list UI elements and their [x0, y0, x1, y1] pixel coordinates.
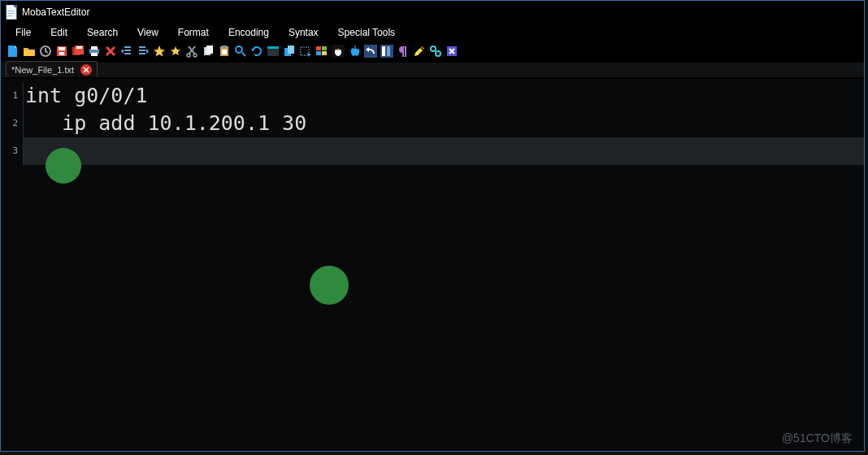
code-line: ip add 10.1.200.1 30 — [24, 110, 864, 137]
indent-increase-icon[interactable] — [136, 44, 150, 58]
search-icon[interactable] — [233, 44, 248, 58]
windows-icon[interactable] — [315, 44, 329, 58]
print-icon[interactable] — [87, 44, 102, 58]
svg-rect-6 — [59, 52, 64, 55]
refresh-icon[interactable] — [250, 44, 264, 58]
open-folder-icon[interactable] — [22, 44, 37, 58]
menu-special[interactable]: Special Tools — [328, 25, 406, 40]
undo-icon[interactable] — [363, 44, 378, 58]
bookmark-add-icon[interactable] — [152, 44, 167, 58]
line-number: 3 — [1, 137, 24, 165]
annotation-dot — [46, 148, 81, 184]
code-area[interactable]: int g0/0/1 ip add 10.1.200.1 30 — [24, 79, 864, 451]
svg-rect-27 — [322, 51, 327, 55]
svg-rect-23 — [301, 47, 309, 55]
editor[interactable]: 1 2 3 int g0/0/1 ip add 10.1.200.1 30 — [1, 79, 864, 451]
linux-icon[interactable] — [331, 44, 345, 58]
svg-rect-3 — [8, 15, 12, 16]
copy-block-icon[interactable] — [282, 44, 297, 58]
menu-view[interactable]: View — [128, 25, 168, 40]
svg-rect-17 — [222, 50, 227, 54]
svg-rect-34 — [382, 46, 385, 56]
svg-point-11 — [187, 54, 190, 57]
svg-point-31 — [337, 49, 340, 50]
apple-icon[interactable] — [347, 44, 362, 58]
pilcrow-icon[interactable] — [396, 44, 410, 58]
svg-rect-9 — [91, 46, 98, 50]
paste-icon[interactable] — [217, 44, 232, 58]
svg-rect-14 — [206, 46, 213, 54]
menu-syntax[interactable]: Syntax — [279, 25, 328, 40]
tab-close-icon[interactable] — [80, 64, 92, 76]
select-icon[interactable] — [298, 44, 313, 58]
settings-icon[interactable] — [428, 44, 443, 58]
history-icon[interactable] — [38, 44, 53, 58]
exit-icon[interactable] — [445, 44, 459, 58]
line-number: 1 — [1, 82, 24, 110]
svg-point-12 — [193, 54, 197, 57]
menu-search[interactable]: Search — [77, 25, 128, 40]
svg-rect-20 — [267, 46, 279, 49]
tab-label: *New_File_1.txt — [11, 65, 74, 75]
svg-point-36 — [431, 46, 436, 51]
code-line: int g0/0/1 — [24, 82, 864, 110]
terminal-icon[interactable] — [266, 44, 280, 58]
save-all-icon[interactable] — [71, 44, 85, 58]
app-icon — [6, 5, 17, 20]
menu-edit[interactable]: Edit — [41, 25, 77, 40]
menu-format[interactable]: Format — [168, 25, 219, 40]
menu-encoding[interactable]: Encoding — [219, 25, 279, 40]
gutter: 1 2 3 — [1, 79, 24, 451]
highlighter-icon[interactable] — [412, 44, 427, 58]
svg-rect-7 — [76, 46, 82, 49]
toolbar — [1, 41, 864, 61]
svg-rect-26 — [316, 51, 321, 55]
svg-rect-25 — [322, 46, 327, 50]
app-window: MobaTextEditor File Edit Search View For… — [0, 0, 865, 452]
svg-rect-10 — [91, 53, 98, 56]
new-file-icon[interactable] — [6, 44, 20, 58]
close-icon[interactable] — [103, 44, 118, 58]
svg-rect-24 — [316, 46, 321, 50]
code-line-current — [24, 137, 864, 165]
svg-rect-22 — [288, 46, 294, 54]
redo-icon[interactable] — [380, 44, 394, 58]
watermark: @51CTO博客 — [782, 431, 853, 446]
svg-rect-32 — [364, 45, 377, 58]
bookmark-icon[interactable] — [168, 44, 183, 58]
app-title: MobaTextEditor — [22, 6, 89, 18]
svg-rect-1 — [8, 11, 15, 11]
svg-rect-35 — [387, 46, 390, 56]
menu-bar: File Edit Search View Format Encoding Sy… — [1, 24, 864, 41]
svg-point-37 — [436, 51, 441, 56]
cut-icon[interactable] — [184, 44, 199, 58]
svg-rect-16 — [222, 46, 227, 48]
svg-rect-2 — [8, 13, 15, 14]
svg-rect-5 — [59, 47, 65, 50]
title-bar: MobaTextEditor — [1, 1, 864, 24]
svg-point-18 — [236, 46, 242, 53]
indent-decrease-icon[interactable] — [119, 44, 134, 58]
menu-file[interactable]: File — [6, 25, 41, 40]
tab-strip: *New_File_1.txt — [1, 61, 864, 79]
annotation-dot — [310, 266, 349, 305]
save-icon[interactable] — [54, 44, 69, 58]
tab-file[interactable]: *New_File_1.txt — [6, 61, 98, 77]
copy-icon[interactable] — [201, 44, 215, 58]
line-number: 2 — [1, 110, 24, 137]
